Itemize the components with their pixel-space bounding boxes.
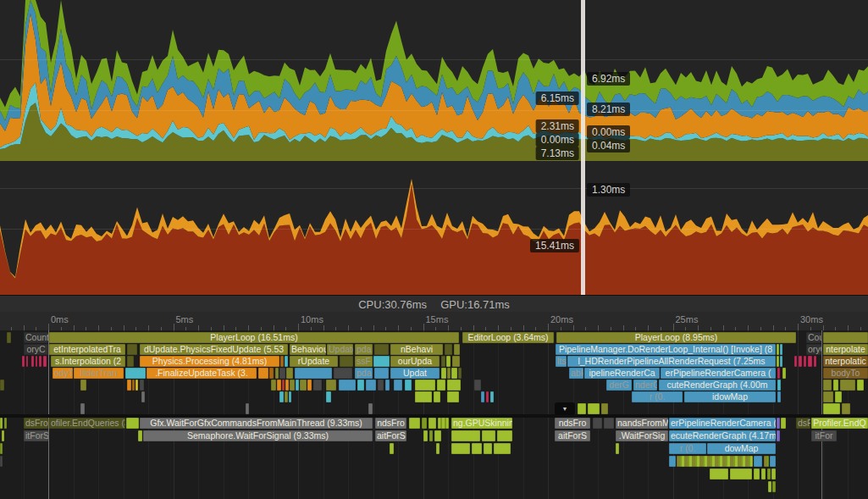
timeline-bar[interactable] xyxy=(767,469,771,480)
timeline-bar[interactable] xyxy=(436,443,440,454)
timeline-bar[interactable]: erPipelineRenderCamera (4 xyxy=(669,418,776,429)
timeline-bar[interactable] xyxy=(125,368,146,379)
timeline-bar[interactable] xyxy=(446,356,451,367)
timeline-bar[interactable]: pda xyxy=(355,344,373,355)
timeline-bar[interactable] xyxy=(451,443,470,454)
timeline-bar[interactable]: ng.GPUSkinnin xyxy=(451,418,512,429)
timeline-bar[interactable] xyxy=(326,391,331,402)
timeline-bar[interactable] xyxy=(0,418,3,429)
timeline-bar[interactable] xyxy=(135,380,138,391)
timeline-bar[interactable] xyxy=(415,380,435,391)
timeline-bar[interactable] xyxy=(780,356,782,367)
timeline-bar[interactable]: Gfx.WaitForGfxCommandsFromMainThread (9.… xyxy=(140,418,373,429)
timeline-bar[interactable] xyxy=(441,356,445,367)
timeline-bar[interactable] xyxy=(132,380,135,391)
timeline-bar[interactable] xyxy=(497,430,512,441)
timeline-bar[interactable] xyxy=(451,368,457,379)
timeline-bar[interactable] xyxy=(808,356,812,367)
timeline-bar[interactable] xyxy=(481,391,484,402)
timeline-bar[interactable]: ndsFro xyxy=(375,418,406,429)
timeline-bar[interactable] xyxy=(286,368,293,379)
timeline-bar[interactable] xyxy=(814,356,816,367)
timeline-bar[interactable]: nterpolatic xyxy=(823,356,868,367)
timeline-bar[interactable] xyxy=(378,380,384,391)
timeline-bar[interactable] xyxy=(285,356,288,367)
timeline-bar[interactable] xyxy=(429,430,433,441)
timeline-bar[interactable] xyxy=(804,356,806,367)
timeline-bar[interactable] xyxy=(127,380,131,391)
timeline-bar[interactable]: nBehavi xyxy=(390,344,443,355)
timeline-bar[interactable] xyxy=(280,356,284,367)
timeline-bar[interactable] xyxy=(593,418,602,429)
timeline-bar[interactable]: Semaphore.WaitForSignal (9.33ms) xyxy=(143,430,373,441)
timeline-bar[interactable]: EditorLoop (3.64ms) xyxy=(462,332,554,343)
timeline-bar[interactable]: ltsC xyxy=(556,356,567,367)
timeline-bar[interactable] xyxy=(334,368,352,379)
timeline-bar[interactable]: derG xyxy=(606,380,632,391)
timeline-bar[interactable]: PipelineManager.DoRenderLoop_Internal() … xyxy=(556,344,776,355)
timeline-bar[interactable]: Count xyxy=(24,332,48,343)
timeline-bar[interactable] xyxy=(0,380,4,391)
timeline-bar[interactable] xyxy=(777,391,781,402)
timeline-bar[interactable]: l_HDRenderPipelineAllRenderRequest (7.25… xyxy=(567,356,776,367)
timeline-bar[interactable]: nterpolate xyxy=(823,344,868,355)
timeline-bar[interactable] xyxy=(26,356,28,367)
timeline-bar[interactable] xyxy=(269,368,274,379)
timeline-bar[interactable] xyxy=(486,391,489,402)
timeline-bar[interactable] xyxy=(447,391,459,402)
timeline-bar[interactable] xyxy=(307,380,312,391)
timeline-bar[interactable] xyxy=(405,380,412,391)
timeline-bar[interactable] xyxy=(799,356,802,367)
timeline-bar[interactable] xyxy=(390,443,394,454)
timeline-bar[interactable]: pda xyxy=(355,368,373,379)
gpu-usage-chart[interactable] xyxy=(0,161,868,295)
timeline-bar[interactable] xyxy=(246,403,249,414)
timeline-bar[interactable]: ipelineRenderCa xyxy=(584,368,660,379)
timeline-bar[interactable] xyxy=(474,380,481,391)
timeline-bar[interactable]: dsFro xyxy=(24,418,48,429)
timeline-bar[interactable] xyxy=(454,344,460,355)
timeline-bar[interactable]: Updat xyxy=(390,368,440,379)
timeline-bar[interactable] xyxy=(578,403,586,414)
timeline-bar[interactable]: aitForS xyxy=(555,430,590,441)
timeline-bar[interactable] xyxy=(772,481,776,492)
cpu-usage-chart[interactable] xyxy=(0,0,868,161)
timeline-bar[interactable] xyxy=(782,368,786,379)
timeline-bar[interactable] xyxy=(445,344,452,355)
timeline-bar[interactable]: Behaviou xyxy=(290,344,326,355)
timeline-bar[interactable]: etInterpolatedTra xyxy=(49,344,125,355)
timeline-bar[interactable] xyxy=(127,356,134,367)
timeline-bar[interactable]: r (0. xyxy=(669,443,706,454)
timeline-bar[interactable] xyxy=(22,356,25,367)
timeline-bar[interactable] xyxy=(777,356,779,367)
timeline-bar[interactable]: itForS xyxy=(24,430,48,441)
timeline-bar[interactable] xyxy=(588,403,600,414)
timeline-bar[interactable] xyxy=(423,430,428,441)
timeline-bar[interactable] xyxy=(472,443,482,454)
timeline-bar[interactable]: Physics.Processing (4.81ms) xyxy=(140,356,279,367)
timeline-bar[interactable]: oryC xyxy=(806,344,821,355)
timeline-bar[interactable] xyxy=(770,456,776,467)
timeline-bar[interactable]: bodyTo xyxy=(823,368,868,379)
timeline-bar[interactable] xyxy=(126,418,139,429)
timeline-bar[interactable] xyxy=(447,368,451,379)
timeline-bar[interactable]: ourUpda xyxy=(390,356,440,367)
timeline-bar[interactable] xyxy=(127,344,137,355)
timeline-bar[interactable] xyxy=(80,380,86,391)
timeline-bar[interactable] xyxy=(777,368,780,379)
timeline-bar[interactable] xyxy=(282,380,285,391)
timeline-bar[interactable] xyxy=(771,469,776,480)
timeline-bar[interactable] xyxy=(764,456,769,467)
timeline-bar[interactable]: .FinalizeUpdateTask (3. xyxy=(147,368,257,379)
timeline-bar[interactable] xyxy=(604,418,614,429)
timeline-bar[interactable] xyxy=(451,430,480,441)
timeline-bar[interactable]: nderG xyxy=(633,380,657,391)
timeline-bar[interactable] xyxy=(616,443,619,454)
timeline-bar[interactable]: cuteRenderGraph (4.00m xyxy=(659,380,776,391)
timeline-bar[interactable]: idowMap xyxy=(684,391,776,402)
timeline-bar[interactable]: ssF xyxy=(355,356,373,367)
timeline-bar[interactable] xyxy=(31,356,34,367)
timeline-bar[interactable] xyxy=(494,443,511,454)
timeline-bar[interactable] xyxy=(285,380,289,391)
timeline-bar[interactable] xyxy=(490,391,494,402)
